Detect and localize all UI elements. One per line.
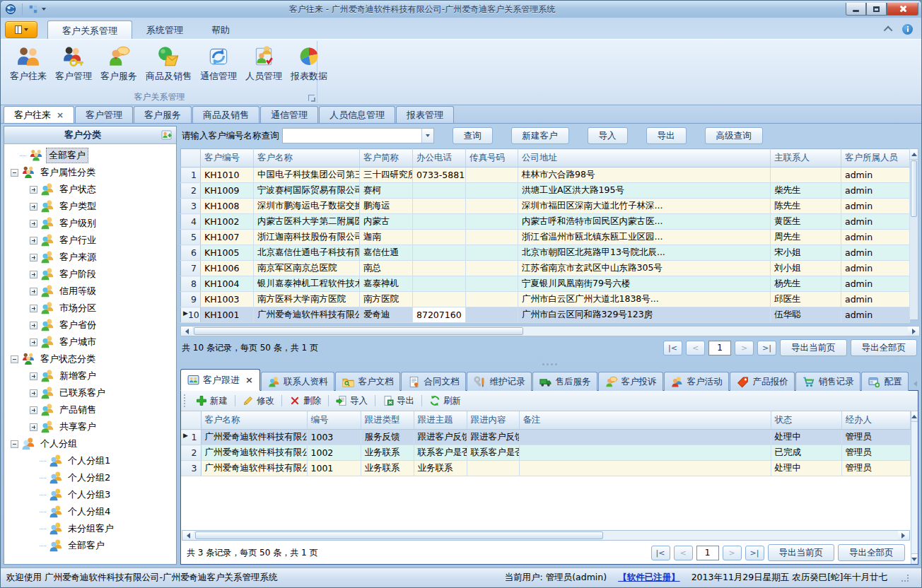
first-page-button[interactable]: |<	[651, 546, 670, 560]
collapse-ribbon-icon[interactable]	[884, 26, 893, 35]
expand-icon[interactable]	[30, 203, 37, 211]
tree-item-product-sales[interactable]: 产品销售	[4, 401, 176, 418]
ribbon-button-customer-contacts[interactable]: 客户往来	[6, 43, 50, 91]
tree-item-customer-source[interactable]: 客户来源	[4, 249, 176, 266]
detail-tab-contract-documents[interactable]: 合同文档	[401, 372, 466, 391]
last-page-button[interactable]: >|	[757, 341, 776, 355]
scrollbar-thumb[interactable]	[195, 531, 603, 539]
app-menu-button[interactable]	[5, 21, 37, 38]
tree-item-new-customers[interactable]: 新增客户	[4, 368, 176, 384]
column-header[interactable]: 客户所属人员	[841, 149, 910, 167]
followup-row[interactable]: 3广州爱奇迪软件科技有限公司1001业务联系业务联系处理中管理员	[181, 461, 910, 476]
customer-row[interactable]: 5KH1007浙江迦南科技股份有限公司迦南浙江省温州市瓯北镇东瓯工业区园...周…	[181, 230, 910, 245]
column-header[interactable]: 编号	[307, 411, 361, 430]
customer-row[interactable]: 1KH1010中国电子科技集团公司第三十四研...三十四研究所0733-5881…	[181, 167, 910, 183]
scroll-up-icon[interactable]	[911, 411, 918, 422]
customer-row[interactable]: 8KH1004银川嘉泰神机工程软件技术有限公司嘉泰神机宁夏银川凤凰南街79号六楼…	[181, 276, 910, 292]
column-header[interactable]: 跟进内容	[467, 411, 519, 430]
customers-vertical-scrollbar[interactable]	[910, 148, 918, 320]
prev-page-button[interactable]: <	[674, 546, 693, 560]
ribbon-button-customer-service[interactable]: 客户服务	[97, 43, 141, 91]
toolbar-import-button[interactable]: 导入	[331, 393, 373, 409]
toolbar-refresh-button[interactable]: 刷新	[424, 393, 466, 409]
expand-icon[interactable]	[30, 322, 37, 329]
tree-item-market-region[interactable]: 市场分区	[4, 300, 176, 317]
customer-row[interactable]: 4KH1002内蒙古医科大学第二附属医院内蒙古内蒙古呼和浩特市回民区内蒙古医..…	[181, 214, 910, 230]
expand-icon[interactable]	[30, 423, 37, 431]
tree-item-personal-group-3[interactable]: 个人分组3	[4, 486, 176, 503]
toolbar-export-button[interactable]: 导出	[378, 393, 419, 409]
collapse-icon[interactable]	[11, 169, 18, 177]
detail-tab-product-quotes[interactable]: 产品报价	[730, 372, 795, 391]
doc-tab-customer-contacts[interactable]: 客户往来×	[4, 106, 74, 123]
doc-tab-customer-management[interactable]: 客户管理	[75, 106, 133, 123]
column-header[interactable]: 状态	[771, 411, 841, 430]
menu-tab-crm-management[interactable]: 客户关系管理	[47, 20, 132, 39]
prev-page-button[interactable]: <	[686, 341, 705, 355]
export-current-page-button[interactable]: 导出当前页	[780, 339, 847, 356]
detail-tab-customer-followup[interactable]: 客户跟进×	[180, 369, 260, 391]
menu-tab-help[interactable]: 帮助	[197, 20, 244, 39]
column-header[interactable]: 备注	[519, 411, 771, 430]
customer-row[interactable]: 2KH1009宁波赛柯国际贸易有限公司赛柯洪塘工业A区洪大路195号柴先生adm…	[181, 183, 910, 199]
tree-item-shared-customers[interactable]: 共享客户	[4, 418, 176, 435]
expand-icon[interactable]	[30, 305, 37, 312]
license-status-link[interactable]: 【软件已注册】	[618, 572, 680, 584]
ribbon-button-customer-management[interactable]: 客户管理	[52, 43, 95, 91]
followup-row[interactable]: 2广州爱奇迪软件科技有限公司1002业务联系联系客户是否...联系客户是否...…	[181, 445, 910, 461]
export-all-pages-button[interactable]: 导出全部页	[838, 544, 905, 561]
advanced-query-button[interactable]: 高级查询	[705, 127, 763, 144]
splitter-handle[interactable]	[180, 359, 918, 369]
first-page-button[interactable]: |<	[663, 341, 682, 355]
menu-tab-system-management[interactable]: 系统管理	[132, 20, 197, 39]
ribbon-button-products-sales[interactable]: 商品及销售	[142, 43, 195, 91]
resize-grip[interactable]	[901, 575, 909, 582]
doc-tab-report-management[interactable]: 报表管理	[396, 106, 454, 123]
next-page-button[interactable]: >	[723, 546, 742, 560]
detail-tab-after-sales-service[interactable]: 售后服务	[532, 372, 597, 391]
scrollbar-thumb[interactable]	[911, 160, 917, 217]
tree-item-customer-level[interactable]: 客户级别	[4, 215, 176, 232]
tree-item-ungrouped-customers[interactable]: 未分组客户	[4, 520, 176, 537]
query-button[interactable]: 查询	[453, 127, 493, 144]
toolbar-new-button[interactable]: 新建	[191, 393, 233, 409]
toolbar-delete-button[interactable]: 删除	[284, 393, 326, 409]
detail-tab-sales-records[interactable]: 销售记录	[795, 372, 860, 391]
customers-horizontal-scrollbar[interactable]	[180, 326, 920, 336]
scrollbar-thumb[interactable]	[194, 327, 523, 335]
column-header[interactable]: 客户编号	[201, 149, 254, 167]
customer-row[interactable]: 6KH1005北京嘉信仕通电子科技有限公司嘉信仕通北京市朝阳区北苑路甲13号院北…	[181, 245, 910, 261]
tree-item-customer-attribute-category[interactable]: 客户属性分类	[4, 164, 176, 181]
tree-item-customer-city[interactable]: 客户城市	[4, 334, 176, 351]
tab-scroll-left-icon[interactable]	[914, 381, 917, 387]
combo-dropdown-button[interactable]	[421, 129, 433, 143]
last-page-button[interactable]: >|	[745, 546, 764, 560]
tree-item-all-customers-group[interactable]: 全部客户	[4, 537, 176, 554]
customer-search-combo[interactable]	[282, 128, 434, 143]
scroll-left-icon[interactable]	[182, 531, 194, 540]
expand-icon[interactable]	[30, 237, 37, 245]
customer-row[interactable]: ▶10KH1001广州爱奇迪软件科技有限公司爱奇迪87207160广州市白云区同…	[181, 307, 910, 323]
expand-icon[interactable]	[30, 406, 37, 414]
column-header[interactable]: 主联系人	[771, 149, 841, 167]
column-header[interactable]: 传真号码	[466, 149, 518, 167]
tree-item-personal-groups[interactable]: 个人分组	[4, 435, 176, 452]
ribbon-button-report-data[interactable]: 报表数据	[287, 43, 331, 91]
close-button[interactable]	[887, 3, 918, 16]
tree-item-personal-group-4[interactable]: 个人分组4	[4, 503, 176, 520]
doc-tab-customer-service[interactable]: 客户服务	[134, 106, 192, 123]
customer-search-input[interactable]	[283, 129, 421, 143]
column-header[interactable]: 客户名称	[254, 149, 360, 167]
maximize-button[interactable]	[866, 3, 887, 16]
add-group-icon[interactable]	[161, 129, 173, 141]
customer-row[interactable]: 7KH1006南京军区南京总医院南总江苏省南京市玄武区中山东路305号刘小姐ad…	[181, 261, 910, 276]
minimize-button[interactable]	[846, 3, 866, 16]
import-button[interactable]: 导入	[588, 127, 628, 144]
followup-horizontal-scrollbar[interactable]	[182, 530, 910, 541]
doc-tab-communication-management[interactable]: 通信管理	[260, 106, 318, 123]
expand-icon[interactable]	[30, 254, 37, 261]
tree-item-customer-industry[interactable]: 客户行业	[4, 232, 176, 249]
tree-item-personal-group-1[interactable]: 个人分组1	[4, 452, 176, 469]
column-header[interactable]: 办公电话	[413, 149, 466, 167]
tree-item-personal-group-2[interactable]: 个人分组2	[4, 469, 176, 486]
